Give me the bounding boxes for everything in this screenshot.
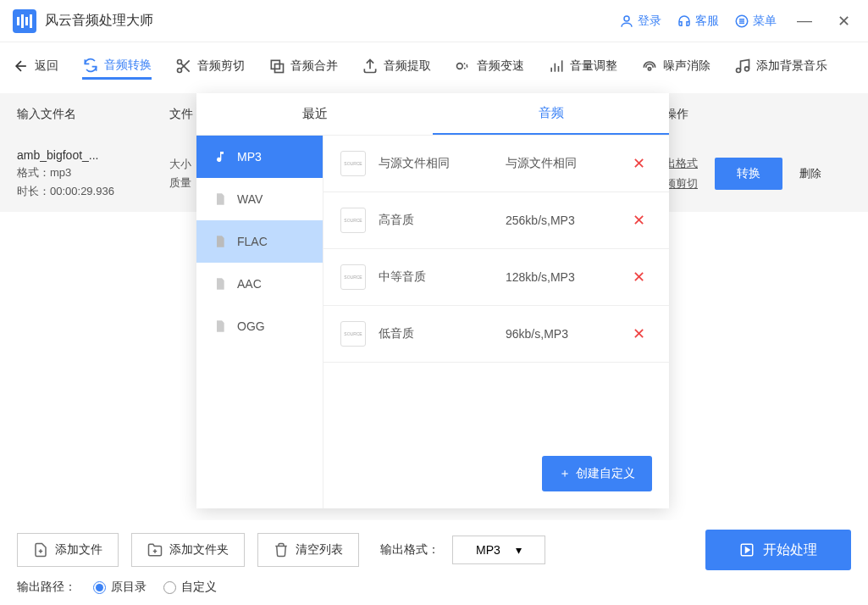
- chevron-down-icon: ▾: [516, 543, 522, 557]
- noise-icon: [641, 58, 658, 75]
- format-wav[interactable]: WAV: [196, 178, 323, 220]
- svg-point-0: [624, 16, 629, 21]
- arrow-left-icon: [13, 58, 30, 75]
- output-format-label: 输出格式：: [380, 542, 440, 558]
- upload-icon: [362, 58, 379, 75]
- close-button[interactable]: ✕: [832, 12, 855, 31]
- svg-point-17: [648, 68, 650, 70]
- titlebar: 风云音频处理大师 登录 客服 菜单 — ✕: [0, 0, 868, 42]
- user-icon: [619, 14, 634, 29]
- quality-option-same[interactable]: 与源文件相同 与源文件相同 ✕: [323, 136, 669, 192]
- remove-option-icon[interactable]: ✕: [626, 268, 652, 286]
- quality-options: 与源文件相同 与源文件相同 ✕ 高音质 256kb/s,MP3 ✕ 中等音质 1…: [323, 136, 669, 508]
- source-icon: [340, 208, 366, 233]
- svg-point-7: [178, 69, 182, 73]
- radio-icon: [93, 581, 106, 594]
- quality-option-medium[interactable]: 中等音质 128kb/s,MP3 ✕: [323, 249, 669, 306]
- svg-point-12: [457, 64, 463, 69]
- scissors-icon: [175, 58, 192, 75]
- music-icon: [734, 58, 751, 75]
- remove-option-icon[interactable]: ✕: [626, 154, 652, 173]
- quality-option-low[interactable]: 低音质 96kb/s,MP3 ✕: [323, 306, 669, 363]
- music-note-icon: [212, 148, 229, 165]
- dropdown-tab-audio[interactable]: 音频: [433, 93, 669, 135]
- back-button[interactable]: 返回: [13, 58, 58, 78]
- source-icon: [340, 264, 366, 290]
- tab-bgm[interactable]: 添加背景音乐: [734, 58, 827, 78]
- remove-option-icon[interactable]: ✕: [626, 211, 652, 230]
- tab-cut[interactable]: 音频剪切: [175, 58, 245, 78]
- refresh-icon: [82, 57, 99, 74]
- file-duration: 时长：00:00:29.936: [17, 184, 169, 199]
- minimize-button[interactable]: —: [792, 12, 817, 30]
- play-icon: [739, 542, 755, 558]
- speed-icon: [455, 58, 472, 75]
- volume-bars-icon: [548, 58, 565, 75]
- format-mp3[interactable]: MP3: [196, 136, 323, 178]
- file-name: amb_bigfoot_...: [17, 148, 169, 162]
- col-ops: 操作: [665, 107, 851, 122]
- file-icon: [212, 233, 229, 250]
- format-aac[interactable]: AAC: [196, 263, 323, 305]
- radio-icon: [163, 581, 176, 594]
- menu-button[interactable]: 菜单: [734, 14, 777, 29]
- svg-point-19: [745, 67, 749, 71]
- file-icon: [212, 191, 229, 208]
- radio-original-dir[interactable]: 原目录: [93, 580, 147, 595]
- source-icon: [340, 151, 366, 176]
- menu-icon: [734, 14, 749, 29]
- quality-option-high[interactable]: 高音质 256kb/s,MP3 ✕: [323, 192, 669, 249]
- tab-noise[interactable]: 噪声消除: [641, 58, 710, 78]
- format-ogg[interactable]: OGG: [196, 305, 323, 347]
- app-title: 风云音频处理大师: [45, 12, 153, 30]
- svg-marker-25: [746, 547, 750, 552]
- login-button[interactable]: 登录: [619, 14, 661, 29]
- clear-list-button[interactable]: 清空列表: [257, 533, 359, 567]
- file-icon: [212, 318, 229, 335]
- add-file-button[interactable]: 添加文件: [17, 533, 119, 567]
- start-process-button[interactable]: 开始处理: [705, 530, 851, 570]
- tab-merge[interactable]: 音频合并: [268, 58, 338, 78]
- audio-cut-link[interactable]: 频剪切: [665, 176, 698, 191]
- svg-point-6: [178, 60, 182, 64]
- radio-custom-dir[interactable]: 自定义: [163, 580, 217, 595]
- toolbar: 返回 音频转换 音频剪切 音频合并 音频提取 音频变速 音量调整 噪声消除 添加…: [0, 42, 868, 93]
- headset-icon: [677, 14, 692, 29]
- dropdown-tab-recent[interactable]: 最近: [196, 93, 433, 135]
- col-filename: 输入文件名: [17, 107, 169, 122]
- folder-plus-icon: [147, 542, 163, 558]
- remove-option-icon[interactable]: ✕: [626, 325, 652, 343]
- delete-button[interactable]: 删除: [799, 166, 821, 181]
- file-icon: [212, 275, 229, 292]
- add-folder-button[interactable]: 添加文件夹: [131, 533, 245, 567]
- source-icon: [340, 321, 366, 347]
- output-format-select[interactable]: MP3 ▾: [452, 536, 545, 564]
- format-dropdown: 最近 音频 MP3 WAV FLAC AAC OGG: [196, 93, 669, 508]
- output-path-label: 输出路径：: [17, 580, 76, 595]
- svg-rect-10: [271, 60, 279, 69]
- tab-volume[interactable]: 音量调整: [548, 58, 617, 78]
- tab-speed[interactable]: 音频变速: [455, 58, 524, 78]
- merge-icon: [268, 58, 285, 75]
- plus-icon: ＋: [559, 466, 571, 481]
- trash-icon: [274, 542, 289, 558]
- footer: 添加文件 添加文件夹 清空列表 输出格式： MP3 ▾ 开始处理 输出路径： 原…: [0, 520, 868, 605]
- file-plus-icon: [33, 542, 48, 558]
- convert-button[interactable]: 转换: [715, 158, 782, 190]
- support-button[interactable]: 客服: [677, 14, 719, 29]
- create-custom-button[interactable]: ＋ 创建自定义: [542, 456, 652, 491]
- svg-point-18: [737, 69, 741, 73]
- format-flac[interactable]: FLAC: [196, 220, 323, 263]
- format-sidebar: MP3 WAV FLAC AAC OGG: [196, 136, 323, 508]
- tab-convert[interactable]: 音频转换: [82, 57, 152, 80]
- app-logo: [13, 9, 36, 33]
- output-format-link[interactable]: 出格式: [665, 156, 698, 171]
- file-format: 格式：mp3: [17, 165, 169, 180]
- tab-extract[interactable]: 音频提取: [362, 58, 431, 78]
